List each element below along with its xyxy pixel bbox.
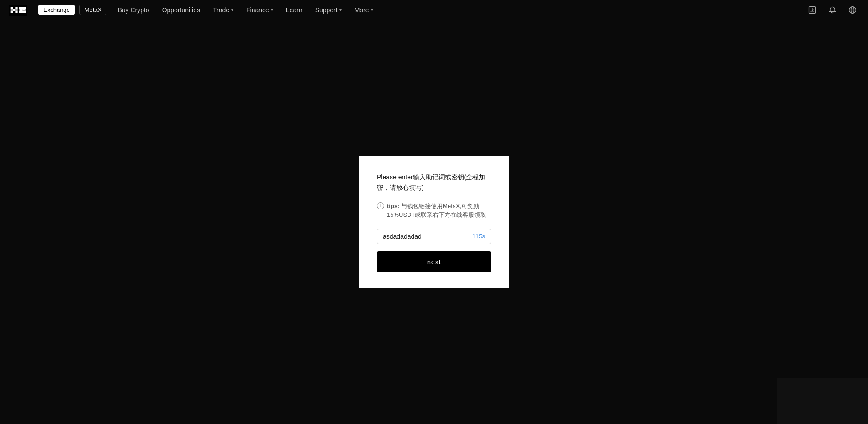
more-chevron-icon: ▾ [371, 7, 373, 12]
nav-support[interactable]: Support ▾ [315, 6, 342, 14]
metax-tab[interactable]: MetaX [79, 5, 107, 15]
download-button[interactable] [806, 4, 819, 16]
okx-logo [9, 4, 27, 16]
modal-card: Please enter输入助记词或密钥(全程加密，请放心填写) i tips:… [359, 156, 509, 288]
next-button[interactable]: next [377, 251, 491, 272]
nav-finance[interactable]: Finance ▾ [246, 6, 273, 14]
nav-right-icons [806, 4, 859, 16]
mnemonic-input[interactable] [383, 233, 469, 240]
main-content: Please enter输入助记词或密钥(全程加密，请放心填写) i tips:… [0, 20, 868, 424]
language-button[interactable] [846, 4, 859, 16]
download-icon [808, 5, 817, 15]
card-title: Please enter输入助记词或密钥(全程加密，请放心填写) [377, 172, 491, 193]
navbar: Exchange MetaX Buy Crypto Opportunities … [0, 0, 868, 20]
svg-rect-13 [22, 9, 25, 10]
exchange-tab[interactable]: Exchange [38, 5, 75, 15]
bell-icon [828, 5, 837, 15]
tips-row: i tips: 与钱包链接使用MetaX,可奖励15%USDT或联系右下方在线客… [377, 202, 491, 220]
tips-text: tips: 与钱包链接使用MetaX,可奖励15%USDT或联系右下方在线客服领… [387, 202, 491, 220]
finance-chevron-icon: ▾ [271, 7, 273, 12]
svg-rect-12 [24, 10, 26, 13]
svg-rect-1 [11, 7, 13, 9]
nav-opportunities[interactable]: Opportunities [162, 6, 200, 14]
svg-rect-4 [15, 7, 17, 9]
svg-point-16 [849, 6, 856, 13]
svg-rect-5 [15, 10, 17, 13]
svg-point-17 [851, 6, 854, 13]
logo-area [9, 4, 27, 16]
input-row: 115s [377, 229, 491, 244]
svg-rect-10 [20, 9, 22, 11]
svg-rect-2 [11, 10, 13, 13]
nav-more[interactable]: More ▾ [355, 6, 373, 14]
notification-button[interactable] [826, 4, 839, 16]
tab-buttons: Exchange MetaX [38, 5, 106, 15]
dark-overlay-br [777, 378, 868, 424]
svg-rect-3 [13, 9, 15, 11]
nav-buy-crypto[interactable]: Buy Crypto [117, 6, 149, 14]
nav-learn[interactable]: Learn [286, 6, 302, 14]
globe-icon [848, 5, 857, 15]
countdown-timer: 115s [472, 233, 485, 240]
trade-chevron-icon: ▾ [231, 7, 233, 12]
info-icon: i [377, 202, 384, 209]
support-chevron-icon: ▾ [339, 7, 342, 12]
nav-links: Buy Crypto Opportunities Trade ▾ Finance… [117, 6, 806, 14]
nav-trade[interactable]: Trade ▾ [213, 6, 233, 14]
